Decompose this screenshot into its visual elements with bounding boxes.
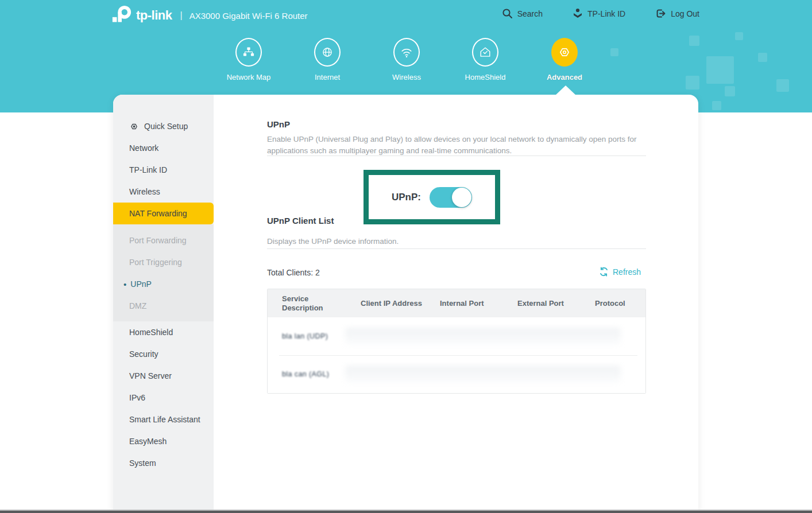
upnp-toggle-label: UPnP: bbox=[392, 192, 421, 203]
wifi-icon bbox=[393, 38, 420, 67]
deco-square bbox=[712, 101, 721, 110]
logout-icon bbox=[655, 8, 666, 19]
sidebar-item-vpn-server[interactable]: VPN Server bbox=[113, 365, 214, 387]
sidebar-item-nat-forwarding[interactable]: NAT Forwarding bbox=[113, 203, 214, 224]
redacted-cells-blur bbox=[345, 328, 621, 345]
nav-label: Wireless bbox=[366, 73, 447, 81]
sidebar-item-label: HomeShield bbox=[129, 328, 173, 337]
highlight-box: UPnP: bbox=[364, 170, 500, 224]
divider bbox=[267, 248, 646, 249]
sidebar-item-label: Quick Setup bbox=[144, 122, 188, 131]
gear-icon bbox=[551, 38, 578, 67]
client-list-description: Displays the UPnP device information. bbox=[267, 236, 646, 247]
nav-label: HomeShield bbox=[445, 73, 525, 81]
sidebar-item-label: NAT Forwarding bbox=[129, 209, 187, 218]
brand-divider: | bbox=[180, 10, 183, 21]
window-bottom-edge bbox=[0, 510, 812, 513]
sidebar-subitem-port-forwarding[interactable]: Port Forwarding bbox=[113, 230, 214, 251]
col-header-service-description: Service Description bbox=[268, 289, 346, 317]
sidebar-item-homeshield[interactable]: HomeShield bbox=[113, 321, 214, 343]
nat-forwarding-submenu: Port Forwarding Port Triggering • UPnP D… bbox=[113, 224, 214, 321]
sidebar-subitem-upnp[interactable]: • UPnP bbox=[113, 273, 214, 295]
sidebar: Quick Setup Network TP-Link ID Wireless … bbox=[113, 95, 214, 511]
cell-service-description: bla lan (UDP) bbox=[268, 317, 346, 355]
col-header-protocol: Protocol bbox=[581, 289, 645, 317]
search-label: Search bbox=[517, 9, 543, 18]
sidebar-item-quick-setup[interactable]: Quick Setup bbox=[113, 115, 214, 137]
table-row: bla lan (UDP) UDP bbox=[268, 317, 645, 355]
upnp-section-title: UPnP bbox=[267, 119, 290, 129]
nav-internet[interactable]: Internet bbox=[287, 38, 368, 81]
deco-square bbox=[686, 76, 699, 90]
deco-square bbox=[689, 36, 699, 46]
row-divider bbox=[279, 355, 637, 356]
sidebar-item-label: EasyMesh bbox=[129, 437, 167, 446]
deco-square bbox=[610, 48, 618, 56]
brand-logo: tp-link | AX3000 Gigabit Wi-Fi 6 Router bbox=[111, 5, 308, 26]
nav-label: Network Map bbox=[208, 73, 289, 81]
sidebar-subitem-port-triggering[interactable]: Port Triggering bbox=[113, 251, 214, 273]
col-header-external-port: External Port bbox=[503, 289, 581, 317]
tplink-id-label: TP-Link ID bbox=[587, 9, 625, 18]
nav-advanced[interactable]: Advanced bbox=[524, 38, 605, 81]
sidebar-item-wireless[interactable]: Wireless bbox=[113, 181, 214, 203]
sidebar-item-system[interactable]: System bbox=[113, 452, 214, 474]
sidebar-item-security[interactable]: Security bbox=[113, 343, 214, 365]
sidebar-subitem-label: Port Forwarding bbox=[129, 236, 187, 245]
logout-button[interactable]: Log Out bbox=[655, 8, 699, 19]
upnp-section-description: Enable UPnP (Universal Plug and Play) to… bbox=[267, 134, 646, 157]
sidebar-item-label: Security bbox=[129, 349, 158, 359]
nav-label: Internet bbox=[287, 73, 368, 81]
sidebar-item-label: System bbox=[129, 458, 156, 468]
nav-wireless[interactable]: Wireless bbox=[366, 38, 447, 81]
topbar: tp-link | AX3000 Gigabit Wi-Fi 6 Router … bbox=[0, 0, 812, 31]
home-shield-icon bbox=[472, 38, 498, 67]
sidebar-item-ipv6[interactable]: IPv6 bbox=[113, 387, 214, 409]
sidebar-item-network[interactable]: Network bbox=[113, 137, 214, 159]
sidebar-item-tplink-id[interactable]: TP-Link ID bbox=[113, 159, 214, 181]
user-icon bbox=[573, 8, 583, 19]
globe-icon bbox=[314, 38, 341, 67]
sidebar-item-label: TP-Link ID bbox=[129, 165, 167, 174]
col-header-client-ip: Client IP Address bbox=[346, 289, 426, 317]
nav-network-map[interactable]: Network Map bbox=[208, 38, 289, 81]
col-header-internal-port: Internal Port bbox=[426, 289, 503, 317]
card-notch bbox=[555, 86, 576, 95]
search-button[interactable]: Search bbox=[502, 8, 543, 19]
cell-service-description: bla can (AGL) bbox=[268, 355, 346, 393]
nav-label: Advanced bbox=[524, 73, 605, 81]
refresh-label: Refresh bbox=[613, 267, 641, 277]
deco-square bbox=[735, 32, 743, 40]
deco-square bbox=[725, 86, 735, 96]
upnp-toggle[interactable] bbox=[430, 187, 472, 208]
redacted-cells-blur bbox=[345, 366, 621, 383]
sidebar-item-label: Wireless bbox=[129, 187, 160, 196]
client-list-title: UPnP Client List bbox=[267, 216, 334, 226]
sidebar-item-label: Smart Life Assistant bbox=[129, 415, 200, 424]
refresh-button[interactable]: Refresh bbox=[599, 267, 646, 277]
refresh-icon bbox=[599, 267, 609, 277]
sidebar-item-smart-life-assistant[interactable]: Smart Life Assistant bbox=[113, 409, 214, 430]
sidebar-subitem-dmz[interactable]: DMZ bbox=[113, 295, 214, 317]
deco-square bbox=[758, 53, 767, 62]
gear-icon bbox=[129, 122, 139, 131]
divider bbox=[267, 156, 646, 156]
sidebar-subitem-label: Port Triggering bbox=[129, 258, 182, 267]
sidebar-item-easymesh[interactable]: EasyMesh bbox=[113, 430, 214, 452]
deco-square bbox=[776, 79, 789, 92]
tplink-id-button[interactable]: TP-Link ID bbox=[573, 8, 625, 19]
total-clients-text: Total Clients: 2 bbox=[267, 268, 320, 277]
sidebar-subitem-label: UPnP bbox=[130, 279, 152, 289]
sidebar-item-label: Network bbox=[129, 143, 158, 153]
upnp-client-table: Service Description Client IP Address In… bbox=[267, 289, 646, 394]
table-header-row: Service Description Client IP Address In… bbox=[268, 289, 645, 317]
toggle-knob bbox=[452, 188, 471, 207]
nav-homeshield[interactable]: HomeShield bbox=[445, 38, 525, 81]
sidebar-subitem-label: DMZ bbox=[129, 301, 146, 310]
network-map-icon bbox=[235, 38, 262, 67]
table-row: bla can (AGL) UDP bbox=[268, 355, 645, 393]
deco-square bbox=[706, 56, 734, 84]
brand-name: tp-link bbox=[136, 8, 172, 23]
product-title: AX3000 Gigabit Wi-Fi 6 Router bbox=[190, 11, 308, 21]
sidebar-item-label: IPv6 bbox=[129, 393, 145, 402]
